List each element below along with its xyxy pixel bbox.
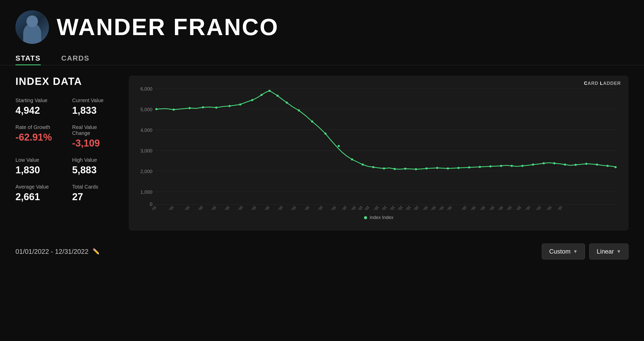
svg-point-15 [173, 109, 175, 111]
footer-controls: Custom ▼ Linear ▼ [542, 243, 629, 259]
x-axis-label: 10/02/2022 [324, 205, 337, 210]
linear-button[interactable]: Linear ▼ [589, 243, 629, 259]
svg-text:11/29/2022: 11/29/2022 [454, 205, 467, 210]
player-avatar [15, 10, 49, 44]
svg-point-41 [468, 166, 470, 168]
svg-point-21 [251, 99, 253, 101]
x-axis-label: 02/13/2022 [177, 205, 190, 210]
stat-val-low: 1,830 [15, 165, 57, 176]
chart-legend: index Index [139, 215, 618, 220]
svg-point-48 [543, 162, 545, 164]
page-footer: 01/01/2022 - 12/31/2022 ✏️ Custom ▼ Line… [0, 236, 644, 267]
svg-text:3,000: 3,000 [140, 148, 152, 153]
svg-text:08/21/2022: 08/21/2022 [297, 205, 310, 210]
tab-bar: STATS CARDS [0, 52, 644, 65]
x-axis-label: 06/19/2022 [257, 205, 270, 210]
stat-val-real: -3,109 [72, 138, 113, 149]
svg-text:2,000: 2,000 [140, 169, 152, 174]
svg-point-14 [155, 108, 157, 110]
x-axis-label: 03/27/2022 [204, 205, 217, 210]
svg-point-51 [575, 164, 577, 166]
stat-label-real: Real Value Change [72, 124, 113, 136]
stat-label-low: Low Value [15, 157, 57, 163]
stat-label-starting: Starting Value [15, 98, 57, 103]
index-data-title: INDEX DATA [15, 76, 113, 87]
svg-text:06/19/2022: 06/19/2022 [257, 205, 270, 210]
svg-point-30 [351, 158, 353, 160]
page-header: WANDER FRANCO [0, 0, 644, 52]
stat-val-current: 1,833 [72, 105, 113, 116]
svg-point-16 [189, 107, 191, 109]
chart-logo: CARD LADDER [584, 81, 621, 86]
tab-stats[interactable]: STATS [15, 52, 41, 65]
stat-real-value-change: Real Value Change -3,109 [72, 124, 113, 149]
custom-button[interactable]: Custom ▼ [542, 243, 585, 259]
svg-text:1,000: 1,000 [140, 189, 152, 195]
svg-text:4,000: 4,000 [140, 127, 152, 133]
main-content: INDEX DATA Starting Value 4,942 Current … [0, 76, 644, 231]
custom-chevron-icon: ▼ [573, 249, 578, 254]
x-axis-label: 08/21/2022 [297, 205, 310, 210]
svg-point-25 [286, 102, 288, 104]
x-axis-label: 01/23/2022 [161, 205, 174, 210]
stats-row-3: Low Value 1,830 High Value 5,883 [15, 157, 113, 176]
stat-current-value: Current Value 1,833 [72, 98, 113, 116]
stat-high-value: High Value 5,883 [72, 157, 113, 176]
svg-text:03/06/2022: 03/06/2022 [190, 205, 204, 210]
svg-text:09/11/2022: 09/11/2022 [310, 205, 323, 210]
linear-label: Linear [597, 248, 614, 255]
stats-row-1: Starting Value 4,942 Current Value 1,833 [15, 98, 113, 116]
stat-label-avg: Average Value [15, 184, 57, 190]
edit-icon[interactable]: ✏️ [92, 248, 99, 255]
svg-text:07/10/2022: 07/10/2022 [270, 205, 283, 210]
stat-val-growth: -62.91% [15, 132, 57, 143]
x-axis-label: 07/10/2022 [270, 205, 283, 210]
svg-point-28 [324, 133, 326, 135]
svg-point-47 [532, 164, 534, 166]
svg-point-54 [607, 165, 609, 167]
stat-starting-value: Starting Value 4,942 [15, 98, 57, 116]
svg-text:03/27/2022: 03/27/2022 [204, 205, 217, 210]
chart-svg: 6,000 5,000 4,000 3,000 2,000 1,000 0 [139, 86, 618, 210]
tab-cards[interactable]: CARDS [61, 52, 90, 65]
svg-point-18 [215, 107, 217, 109]
stat-label-total: Total Cards [72, 184, 113, 190]
svg-point-22 [260, 94, 262, 96]
legend-label: index Index [370, 215, 393, 220]
svg-point-29 [338, 145, 340, 147]
player-name: WANDER FRANCO [57, 14, 279, 40]
svg-point-46 [521, 165, 523, 167]
chart-container: CARD LADDER 6,000 5,000 4,000 3,000 2,00… [129, 76, 629, 231]
svg-text:01/23/2022: 01/23/2022 [161, 205, 174, 210]
stat-label-high: High Value [72, 157, 113, 163]
svg-point-27 [311, 120, 313, 123]
legend-dot [364, 216, 367, 219]
stat-total-cards: Total Cards 27 [72, 184, 113, 202]
svg-text:10/02/2022: 10/02/2022 [324, 205, 337, 210]
svg-point-53 [596, 164, 598, 166]
svg-point-37 [426, 167, 428, 169]
svg-point-40 [457, 167, 460, 169]
stat-low-value: Low Value 1,830 [15, 157, 57, 176]
svg-point-33 [383, 167, 385, 169]
stat-val-total: 27 [72, 191, 113, 202]
svg-point-23 [268, 90, 270, 92]
svg-text:6,000: 6,000 [140, 86, 152, 92]
svg-point-50 [564, 164, 566, 166]
x-axis-label: 04/17/2022 [217, 205, 230, 210]
x-axis-label: 05/29/2022 [244, 205, 257, 210]
svg-point-24 [276, 95, 278, 97]
svg-point-35 [404, 168, 406, 170]
date-range: 01/01/2022 - 12/31/2022 ✏️ [15, 248, 99, 256]
svg-point-26 [298, 109, 300, 111]
svg-point-52 [585, 163, 587, 165]
svg-point-44 [500, 165, 502, 167]
svg-point-42 [479, 166, 481, 168]
svg-point-32 [372, 166, 374, 168]
svg-point-39 [447, 167, 449, 169]
stat-val-high: 5,883 [72, 165, 113, 176]
svg-point-36 [415, 168, 417, 170]
svg-point-20 [239, 103, 241, 105]
custom-label: Custom [549, 248, 571, 255]
chart-area: 6,000 5,000 4,000 3,000 2,000 1,000 0 [139, 86, 618, 210]
